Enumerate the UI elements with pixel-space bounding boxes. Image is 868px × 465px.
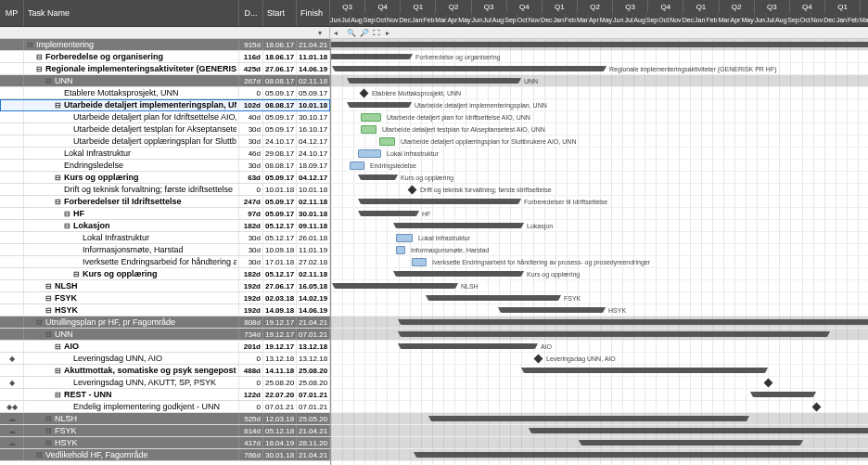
- summary-bar[interactable]: [431, 416, 747, 421]
- gantt-row[interactable]: [331, 401, 868, 413]
- summary-bar[interactable]: [401, 319, 868, 325]
- summary-bar[interactable]: [396, 271, 521, 277]
- gantt-row[interactable]: Utarbeide detaljert implementeringsplan,…: [331, 99, 868, 111]
- task-name-cell[interactable]: Leveringsdag UNN, AKUTT, SP, PSYK: [24, 377, 239, 388]
- collapse-icon[interactable]: ⊟: [35, 65, 43, 72]
- task-name-cell[interactable]: ⊟UNN: [24, 75, 239, 86]
- gantt-row[interactable]: Iverksette Endringsarbeid for håndtering…: [331, 256, 868, 268]
- table-row[interactable]: ⊟FSYK192d02.03.1814.02.19: [0, 292, 330, 304]
- gantt-row[interactable]: Lokasjon: [331, 220, 868, 232]
- summary-bar[interactable]: [361, 174, 395, 180]
- scroll-right-icon[interactable]: ▸: [386, 29, 393, 36]
- summary-bar[interactable]: [401, 343, 535, 349]
- table-row[interactable]: ⊟UNN267d08.08.1702.11.18: [0, 75, 330, 87]
- table-row[interactable]: Iverksette Endringsarbeid for håndtering…: [0, 256, 330, 268]
- collapse-icon[interactable]: ⊟: [54, 174, 61, 181]
- collapse-icon[interactable]: ⊟: [54, 342, 61, 350]
- milestone[interactable]: [360, 89, 369, 98]
- zoom-fit-icon[interactable]: ⛶: [373, 29, 380, 36]
- task-name-cell[interactable]: Etablere Mottaksprosjekt, UNN: [24, 87, 239, 98]
- task-name-cell[interactable]: ⊟FSYK: [24, 292, 239, 304]
- collapse-icon[interactable]: ⊟: [45, 330, 52, 338]
- task-bar[interactable]: [358, 149, 381, 158]
- task-bar[interactable]: [396, 246, 405, 254]
- task-name-cell[interactable]: ⊟UNN: [24, 329, 239, 340]
- milestone[interactable]: [408, 186, 417, 195]
- task-name-cell[interactable]: ⊟Kurs og opplæring: [24, 268, 239, 279]
- table-row[interactable]: Etablere Mottaksprosjekt, UNN005.09.1705…: [0, 87, 330, 99]
- gantt-row[interactable]: Utarbeide detaljert testplan for Aksepta…: [331, 123, 868, 136]
- collapse-icon[interactable]: ⊟: [45, 415, 52, 422]
- gantt-row[interactable]: Utarbeide detaljert opplæringsplan for S…: [331, 136, 868, 148]
- task-name-cell[interactable]: ⊟Akuttmottak, somatiske og psyk sengepos…: [24, 365, 239, 376]
- collapse-icon[interactable]: ⊟: [35, 318, 43, 326]
- table-row[interactable]: Utarbeide detaljert testplan for Aksepta…: [0, 123, 330, 136]
- gantt-row[interactable]: Lokal Infrastruktur: [331, 232, 868, 244]
- gantt-row[interactable]: [331, 425, 868, 437]
- collapse-icon[interactable]: ⊟: [72, 270, 80, 278]
- zoom-out-icon[interactable]: 🔎: [360, 29, 367, 36]
- gantt-row[interactable]: [331, 329, 868, 341]
- summary-bar[interactable]: [531, 428, 868, 433]
- summary-bar[interactable]: [416, 452, 868, 458]
- table-row[interactable]: ⊟Kurs og opplæring182d05.12.1702.11.18: [0, 268, 330, 280]
- gantt-row[interactable]: Forberedelse og organisering: [331, 51, 868, 63]
- collapse-icon[interactable]: ⊟: [35, 451, 43, 459]
- task-name-cell[interactable]: Lokal Infrastruktur: [24, 232, 239, 243]
- task-name-cell[interactable]: ⊟REST - UNN: [24, 389, 239, 400]
- gantt-row[interactable]: Leveringsdag UNN, AIO: [331, 353, 868, 365]
- task-grid[interactable]: ⊟Implementering915d18.06.1721.04.21⊟Forb…: [0, 39, 331, 465]
- collapse-icon[interactable]: ⊟: [26, 41, 33, 48]
- task-name-cell[interactable]: ⊟Implementering: [24, 39, 239, 50]
- col-task-name[interactable]: Task Name: [24, 0, 239, 26]
- gantt-row[interactable]: Forberedelser til Idriftsettelse: [331, 196, 868, 208]
- gantt-row[interactable]: Lokal Infrastruktur: [331, 148, 868, 160]
- table-row[interactable]: ⊟Utrullingsplan pr HF, pr Fagområde808d1…: [0, 316, 330, 329]
- gantt-row[interactable]: NLSH: [331, 280, 868, 292]
- summary-bar[interactable]: [335, 283, 455, 289]
- gantt-row[interactable]: Kurs og opplæring: [331, 268, 868, 280]
- milestone[interactable]: [812, 403, 822, 412]
- summary-bar[interactable]: [581, 440, 800, 446]
- table-row[interactable]: ⊟UNN734d19.12.1707.01.21: [0, 329, 330, 341]
- table-row[interactable]: ⊟NLSH192d27.06.1716.05.18: [0, 280, 330, 292]
- gantt-row[interactable]: HSYK: [331, 304, 868, 316]
- task-name-cell[interactable]: Lokal Infrastruktur: [24, 148, 239, 159]
- table-row[interactable]: ⊟Akuttmottak, somatiske og psyk sengepos…: [0, 365, 330, 377]
- gantt-row[interactable]: [331, 365, 868, 377]
- collapse-icon[interactable]: ⊟: [45, 282, 52, 290]
- table-row[interactable]: ⊟Vedlikehold HF, Fagområde786d30.01.1821…: [0, 449, 330, 461]
- table-row[interactable]: Utarbeide detaljert opplæringsplan for S…: [0, 136, 330, 148]
- task-bar[interactable]: [350, 161, 364, 170]
- table-row[interactable]: Drift og teknisk forvaltning; første idr…: [0, 184, 330, 196]
- gantt-row[interactable]: Drift og teknisk forvaltning; første idr…: [331, 184, 868, 196]
- gantt-chart[interactable]: Forberedelse og organiseringRegionale im…: [331, 39, 868, 465]
- collapse-icon[interactable]: ⊟: [35, 53, 43, 60]
- task-name-cell[interactable]: ⊟HSYK: [24, 304, 239, 316]
- table-row[interactable]: ⊟Implementering915d18.06.1721.04.21: [0, 39, 330, 51]
- summary-bar[interactable]: [361, 211, 416, 216]
- collapse-icon[interactable]: ⊟: [63, 210, 70, 217]
- gantt-row[interactable]: [331, 377, 868, 389]
- task-name-cell[interactable]: ⊟NLSH: [24, 413, 239, 424]
- table-row[interactable]: ⊟Lokasjon182d05.12.1709.11.18: [0, 220, 330, 232]
- task-name-cell[interactable]: Leveringsdag UNN, AIO: [24, 353, 239, 364]
- task-name-cell[interactable]: ⊟Utarbeide detaljert implementeringsplan…: [24, 99, 239, 110]
- task-name-cell[interactable]: ⊟Lokasjon: [24, 220, 239, 231]
- collapse-icon[interactable]: ⊟: [45, 294, 52, 302]
- collapse-icon[interactable]: ⊟: [63, 222, 70, 229]
- task-name-cell[interactable]: ⊟Regionale implementeringsaktiviteter (G…: [24, 63, 239, 74]
- table-row[interactable]: ⊟Forberedelse og organisering116d18.06.1…: [0, 51, 330, 63]
- table-row[interactable]: Endringsledelse30d08.08.1718.09.17: [0, 160, 330, 172]
- collapse-icon[interactable]: ⊟: [45, 427, 52, 434]
- table-row[interactable]: ⊟AIO201d19.12.1713.12.18: [0, 341, 330, 353]
- gantt-row[interactable]: [331, 389, 868, 401]
- gantt-row[interactable]: UNN: [331, 75, 868, 87]
- table-row[interactable]: ◆◆Endelig implementering godkjent - UNN0…: [0, 401, 330, 413]
- gantt-row[interactable]: Informasjonsmøte, Harstad: [331, 244, 868, 256]
- task-name-cell[interactable]: ⊟Kurs og opplæring: [24, 172, 239, 183]
- table-row[interactable]: ⊟REST - UNN122d22.07.2007.01.21: [0, 389, 330, 401]
- table-row[interactable]: ⊟Kurs og opplæring63d05.09.1704.12.17: [0, 172, 330, 184]
- gantt-row[interactable]: Endringsledelse: [331, 160, 868, 172]
- zoom-in-icon[interactable]: 🔍: [347, 29, 354, 36]
